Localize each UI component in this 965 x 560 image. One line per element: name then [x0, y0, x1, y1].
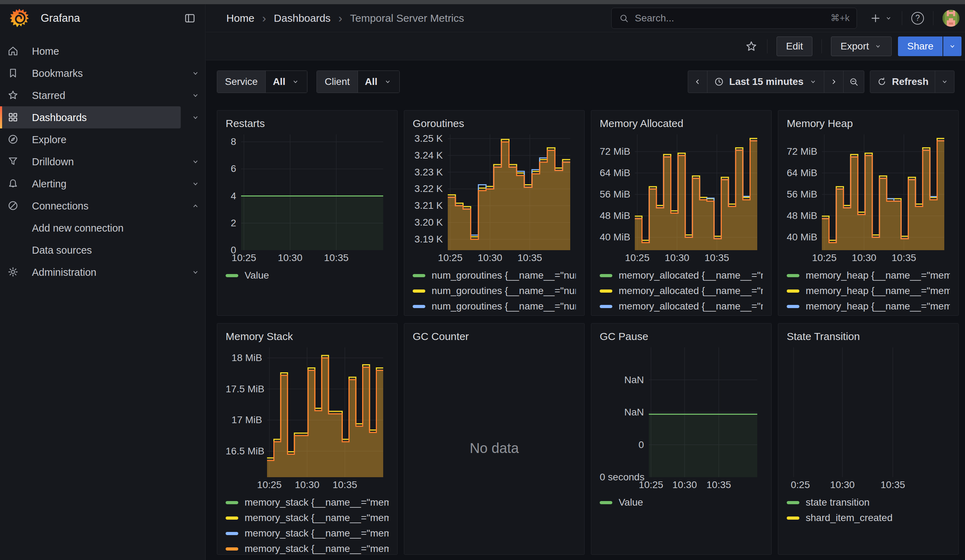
share-dropdown-button[interactable]	[943, 36, 962, 56]
panel-title[interactable]: GC Pause	[600, 331, 763, 346]
legend-item[interactable]: memory_stack {__name__="memory_s	[226, 510, 389, 526]
service-filter[interactable]: Service All	[217, 70, 307, 93]
edit-button[interactable]: Edit	[777, 36, 812, 56]
legend-label[interactable]: num_goroutines {__name__="num_gor	[432, 301, 576, 312]
legend-item[interactable]: num_goroutines {__name__="num_gor	[413, 283, 576, 299]
chevron-down-icon[interactable]	[191, 267, 200, 277]
legend-label[interactable]: state transition	[806, 497, 870, 508]
time-series-plot[interactable]: 10:2510:3010:353.25 K3.24 K3.23 K3.22 K3…	[413, 134, 576, 266]
legend-item[interactable]: memory_heap {__name__="memory_h	[787, 299, 950, 314]
zoom-out-button[interactable]	[843, 71, 864, 93]
legend-item[interactable]: num_goroutines {__name__="num_gor	[413, 299, 576, 314]
share-button[interactable]: Share	[898, 36, 942, 56]
sidebar-item-home[interactable]: Home	[0, 40, 205, 62]
sidebar-item-connections[interactable]: Connections	[0, 195, 205, 217]
chevron-down-icon[interactable]	[191, 179, 200, 189]
client-filter[interactable]: Client All	[317, 70, 399, 93]
create-new-button[interactable]	[870, 12, 893, 24]
panel-title[interactable]: Restarts	[226, 118, 389, 133]
help-button[interactable]: ?	[911, 12, 924, 24]
legend-label[interactable]: shard_item_created	[806, 512, 892, 524]
client-filter-value[interactable]: All	[358, 71, 399, 93]
legend-series-color	[787, 289, 799, 292]
search-box[interactable]: ⌘+k	[611, 8, 857, 29]
panel-title[interactable]: Goroutines	[413, 118, 576, 133]
legend-label[interactable]: memory_heap {__name__="memory_h	[806, 270, 950, 281]
legend-label[interactable]: memory_heap {__name__="memory_h	[806, 285, 950, 297]
legend-label[interactable]: memory_stack {__name__="memory_s	[245, 528, 389, 539]
legend-item[interactable]: memory_heap {__name__="memory_h	[787, 283, 950, 299]
legend-label[interactable]: memory_allocated {__name__="memory	[619, 301, 763, 312]
legend-item[interactable]: memory_stack {__name__="memory_s	[226, 541, 389, 555]
legend-label[interactable]: Value	[619, 497, 643, 508]
legend-item[interactable]: state transition	[787, 495, 950, 510]
grafana-logo-icon[interactable]	[9, 8, 29, 28]
favorite-star-icon[interactable]	[745, 40, 758, 53]
chevron-down-icon[interactable]	[191, 90, 200, 100]
sidebar-item-alerting[interactable]: Alerting	[0, 173, 205, 195]
time-range-picker[interactable]: Last 15 minutes	[707, 71, 824, 93]
panel-title[interactable]: Memory Allocated	[600, 118, 763, 133]
sidebar-item-starred[interactable]: Starred	[0, 84, 205, 106]
breadcrumb-dashboards[interactable]: Dashboards	[274, 12, 330, 24]
sidebar-toggle-icon[interactable]	[183, 12, 196, 24]
export-button[interactable]: Export	[831, 36, 891, 56]
sidebar-item-administration[interactable]: Administration	[0, 261, 205, 283]
panel-title[interactable]: State Transition	[787, 331, 950, 346]
legend-item[interactable]: Value	[600, 495, 763, 510]
legend-item[interactable]: memory_allocated {__name__="memory	[600, 283, 763, 299]
time-range-label: Last 15 minutes	[729, 76, 803, 87]
chevron-down-icon[interactable]	[191, 113, 200, 122]
legend-item[interactable]: memory_heap {__name__="memory_h	[787, 268, 950, 283]
legend-label[interactable]: memory_stack {__name__="memory_s	[245, 512, 389, 524]
sidebar-item-drilldown[interactable]: Drilldown	[0, 150, 205, 173]
time-shift-forward-button[interactable]	[824, 71, 843, 93]
panel-title[interactable]: Memory Stack	[226, 331, 389, 346]
sidebar-item-data-sources[interactable]: Data sources	[0, 239, 205, 261]
sidebar-item-label: Drilldown	[32, 156, 74, 167]
breadcrumb-current: Temporal Server Metrics	[350, 12, 464, 24]
time-shift-back-button[interactable]	[688, 71, 707, 93]
user-avatar[interactable]	[942, 10, 959, 27]
legend-label[interactable]: num_goroutines {__name__="num_gor	[432, 270, 576, 281]
legend-label[interactable]: num_goroutines {__name__="num_gor	[432, 285, 576, 297]
time-series-plot[interactable]: 10:2510:3010:35NaNNaN00 seconds	[600, 348, 763, 493]
legend-series-color	[600, 274, 612, 277]
legend-item[interactable]: num_goroutines {__name__="num_gor	[413, 268, 576, 283]
dashboard-toolbar: Edit Export Share	[206, 32, 965, 60]
time-series-plot[interactable]: 0:2510:3010:35	[787, 348, 950, 493]
sidebar-item-explore[interactable]: Explore	[0, 129, 205, 150]
panel-title[interactable]: Memory Heap	[787, 118, 950, 133]
panel-title[interactable]: GC Counter	[413, 331, 576, 346]
search-input[interactable]	[635, 13, 825, 24]
time-series-plot[interactable]: 10:2510:3010:3572 MiB64 MiB56 MiB48 MiB4…	[600, 134, 763, 266]
legend-item[interactable]: num_goroutines {__name__="num_gor	[413, 314, 576, 316]
sidebar-item-dashboards[interactable]: Dashboards	[0, 106, 205, 129]
time-series-plot[interactable]: 10:2510:3010:3586420	[226, 134, 389, 266]
breadcrumb-home[interactable]: Home	[226, 12, 254, 24]
legend-item[interactable]: shard_item_created	[787, 510, 950, 526]
time-series-plot[interactable]: 10:2510:3010:3572 MiB64 MiB56 MiB48 MiB4…	[787, 134, 950, 266]
legend-label[interactable]: memory_stack {__name__="memory_s	[245, 543, 389, 554]
legend-item[interactable]: memory_allocated {__name__="memory	[600, 314, 763, 316]
legend-label[interactable]: memory_allocated {__name__="memory	[619, 270, 763, 281]
chevron-down-icon[interactable]	[191, 157, 200, 167]
sidebar-item-add-new-connection[interactable]: Add new connection	[0, 217, 205, 239]
service-filter-value[interactable]: All	[265, 71, 307, 93]
sidebar-item-bookmarks[interactable]: Bookmarks	[0, 62, 205, 84]
legend-label[interactable]: memory_heap {__name__="memory_h	[806, 301, 950, 312]
refresh-interval-button[interactable]	[935, 71, 954, 93]
legend-item[interactable]: Value	[226, 268, 389, 283]
legend-label[interactable]: Value	[245, 270, 269, 281]
refresh-button[interactable]: Refresh	[870, 71, 935, 93]
legend-item[interactable]: memory_allocated {__name__="memory	[600, 299, 763, 314]
legend-label[interactable]: memory_stack {__name__="memory_s	[245, 497, 389, 508]
chevron-down-icon[interactable]	[191, 69, 200, 78]
chevron-up-icon[interactable]	[191, 201, 200, 211]
legend-item[interactable]: memory_stack {__name__="memory_s	[226, 526, 389, 541]
time-series-plot[interactable]: 10:2510:3010:3518 MiB17.5 MiB17 MiB16.5 …	[226, 348, 389, 493]
legend-label[interactable]: memory_allocated {__name__="memory	[619, 285, 763, 297]
legend-item[interactable]: memory_stack {__name__="memory_s	[226, 495, 389, 510]
legend-item[interactable]: memory_allocated {__name__="memory	[600, 268, 763, 283]
legend-item[interactable]: memory_heap {__name__="memory_h	[787, 314, 950, 316]
